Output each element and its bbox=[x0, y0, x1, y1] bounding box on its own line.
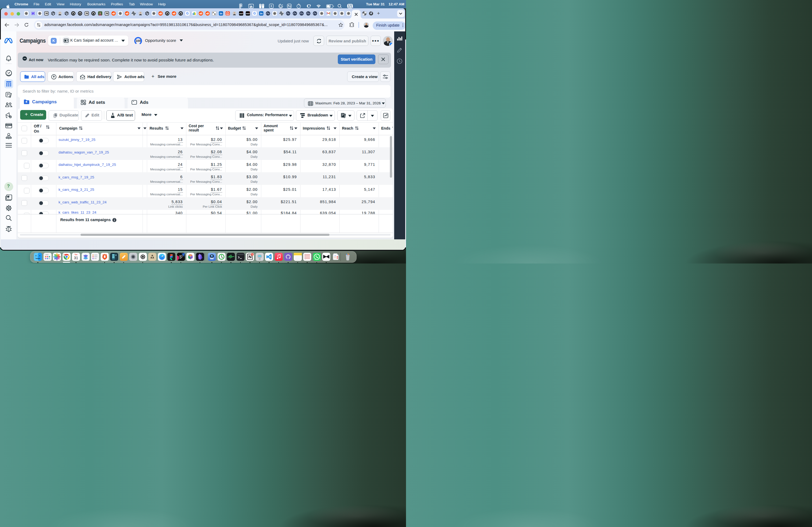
svg-text:100: 100 bbox=[135, 39, 141, 42]
svg-text:G: G bbox=[253, 12, 256, 15]
svg-text:in: in bbox=[220, 12, 222, 15]
svg-text:Tue: Tue bbox=[74, 254, 77, 255]
svg-text:WWR: WWR bbox=[246, 13, 250, 15]
svg-text:31: 31 bbox=[74, 256, 78, 260]
svg-text:P: P bbox=[213, 12, 214, 14]
svg-text:S: S bbox=[227, 13, 229, 15]
svg-text:1: 1 bbox=[251, 253, 253, 255]
svg-text:in: in bbox=[260, 12, 263, 15]
svg-text:G: G bbox=[186, 12, 188, 15]
svg-text:WWR: WWR bbox=[239, 13, 243, 15]
svg-text:B: B bbox=[214, 13, 216, 15]
